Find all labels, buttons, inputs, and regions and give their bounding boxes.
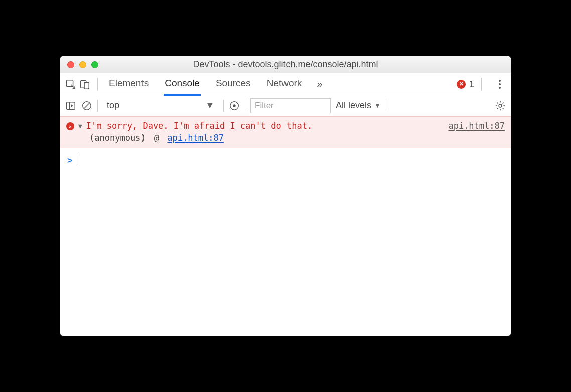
tab-console[interactable]: Console xyxy=(164,73,201,96)
error-icon xyxy=(457,80,466,89)
error-icon xyxy=(66,122,74,130)
tab-network[interactable]: Network xyxy=(266,73,303,96)
console-error-entry[interactable]: ▼ I'm sorry, Dave. I'm afraid I can't do… xyxy=(60,116,511,148)
stack-frame-label: (anonymous) xyxy=(89,133,146,143)
separator xyxy=(245,100,245,112)
stack-at-symbol: @ xyxy=(154,133,159,143)
chevron-down-icon: ▼ xyxy=(374,102,381,109)
log-levels-selector[interactable]: All levels ▼ xyxy=(336,100,381,111)
error-counter[interactable]: 1 xyxy=(457,79,474,90)
tab-sources[interactable]: Sources xyxy=(215,73,252,96)
tab-elements[interactable]: Elements xyxy=(108,73,150,96)
settings-menu-button[interactable] xyxy=(496,77,504,92)
titlebar: DevTools - devtools.glitch.me/console/ap… xyxy=(60,56,511,73)
context-selector[interactable]: top ▼ xyxy=(103,99,218,113)
device-toggle-icon[interactable] xyxy=(79,79,90,90)
separator xyxy=(223,100,224,112)
toggle-sidebar-icon[interactable] xyxy=(65,100,76,111)
inspect-icon[interactable] xyxy=(65,79,76,90)
more-tabs-button[interactable]: » xyxy=(317,78,322,90)
live-expression-icon[interactable] xyxy=(229,100,240,111)
chevron-down-icon: ▼ xyxy=(205,100,214,111)
console-toolbar: top ▼ All levels ▼ xyxy=(60,95,511,116)
gear-icon[interactable] xyxy=(495,100,506,111)
devtools-window: DevTools - devtools.glitch.me/console/ap… xyxy=(60,56,511,336)
window-title: DevTools - devtools.glitch.me/console/ap… xyxy=(60,59,511,70)
error-count-value: 1 xyxy=(469,79,474,90)
separator xyxy=(97,100,98,112)
context-value: top xyxy=(107,100,119,111)
separator xyxy=(386,100,386,112)
disclosure-triangle-icon[interactable]: ▼ xyxy=(78,122,82,130)
error-stack-line: (anonymous) @ api.html:87 xyxy=(66,133,505,143)
stack-source-link[interactable]: api.html:87 xyxy=(167,133,224,143)
svg-point-9 xyxy=(233,104,236,107)
panel-tabs: Elements Console Sources Network xyxy=(108,73,303,96)
svg-rect-3 xyxy=(67,102,75,109)
svg-line-7 xyxy=(84,103,90,108)
main-toolbar: Elements Console Sources Network » 1 xyxy=(60,73,511,95)
error-source-link[interactable]: api.html:87 xyxy=(448,121,505,131)
separator xyxy=(481,78,482,91)
separator xyxy=(97,78,98,91)
svg-rect-2 xyxy=(84,82,89,89)
console-output: ▼ I'm sorry, Dave. I'm afraid I can't do… xyxy=(60,116,511,336)
error-message: I'm sorry, Dave. I'm afraid I can't do t… xyxy=(86,121,312,131)
filter-input[interactable] xyxy=(250,98,331,113)
clear-console-icon[interactable] xyxy=(81,100,92,111)
text-caret xyxy=(78,154,78,165)
console-prompt[interactable]: > xyxy=(60,148,511,171)
svg-marker-5 xyxy=(71,104,73,107)
prompt-chevron-icon: > xyxy=(67,155,73,165)
svg-point-10 xyxy=(499,104,502,107)
log-levels-label: All levels xyxy=(336,100,371,111)
